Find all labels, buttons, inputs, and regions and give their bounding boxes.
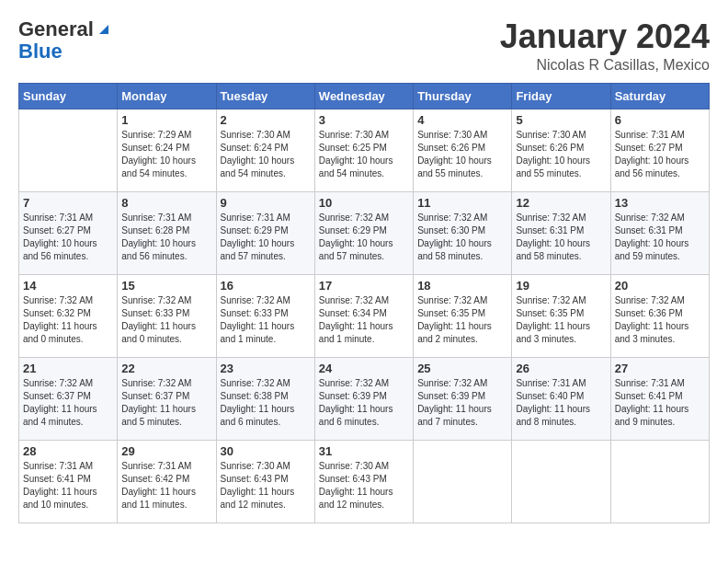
calendar-cell: 29Sunrise: 7:31 AMSunset: 6:42 PMDayligh… bbox=[118, 440, 216, 523]
sunset-text: Sunset: 6:26 PM bbox=[417, 143, 485, 153]
daylight-text: Daylight: 11 hours and 2 minutes. bbox=[417, 321, 492, 344]
day-info: Sunrise: 7:30 AMSunset: 6:26 PMDaylight:… bbox=[417, 129, 507, 180]
calendar-day-header: Thursday bbox=[414, 83, 512, 109]
sunrise-text: Sunrise: 7:32 AM bbox=[121, 295, 191, 305]
day-info: Sunrise: 7:31 AMSunset: 6:40 PMDaylight:… bbox=[516, 377, 606, 429]
daylight-text: Daylight: 10 hours and 58 minutes. bbox=[417, 238, 492, 261]
sunset-text: Sunset: 6:35 PM bbox=[516, 308, 584, 318]
sunset-text: Sunset: 6:36 PM bbox=[615, 308, 683, 318]
sunset-text: Sunset: 6:37 PM bbox=[23, 391, 91, 401]
day-info: Sunrise: 7:32 AMSunset: 6:32 PMDaylight:… bbox=[23, 294, 113, 346]
calendar-cell: 9Sunrise: 7:31 AMSunset: 6:29 PMDaylight… bbox=[216, 191, 314, 274]
sunrise-text: Sunrise: 7:32 AM bbox=[23, 378, 93, 388]
calendar-cell: 8Sunrise: 7:31 AMSunset: 6:28 PMDaylight… bbox=[118, 191, 216, 274]
month-title: January 2024 bbox=[500, 18, 710, 55]
sunset-text: Sunset: 6:35 PM bbox=[417, 308, 485, 318]
sunset-text: Sunset: 6:24 PM bbox=[221, 143, 289, 153]
calendar-cell: 14Sunrise: 7:32 AMSunset: 6:32 PMDayligh… bbox=[19, 274, 118, 357]
day-number: 30 bbox=[221, 444, 311, 458]
day-info: Sunrise: 7:31 AMSunset: 6:41 PMDaylight:… bbox=[615, 377, 705, 429]
calendar-cell: 31Sunrise: 7:30 AMSunset: 6:43 PMDayligh… bbox=[314, 440, 413, 523]
sunrise-text: Sunrise: 7:32 AM bbox=[417, 213, 487, 223]
day-number: 2 bbox=[221, 113, 311, 127]
day-info: Sunrise: 7:32 AMSunset: 6:38 PMDaylight:… bbox=[221, 377, 311, 429]
day-number: 24 bbox=[319, 362, 409, 375]
logo-general-text: General bbox=[18, 18, 94, 40]
day-number: 13 bbox=[615, 196, 705, 210]
calendar-cell: 23Sunrise: 7:32 AMSunset: 6:38 PMDayligh… bbox=[216, 357, 314, 440]
daylight-text: Daylight: 11 hours and 1 minute. bbox=[221, 321, 295, 344]
day-info: Sunrise: 7:30 AMSunset: 6:43 PMDaylight:… bbox=[221, 460, 311, 511]
day-info: Sunrise: 7:30 AMSunset: 6:26 PMDaylight:… bbox=[516, 129, 606, 180]
sunrise-text: Sunrise: 7:31 AM bbox=[615, 378, 685, 388]
daylight-text: Daylight: 10 hours and 54 minutes. bbox=[121, 155, 196, 178]
day-info: Sunrise: 7:32 AMSunset: 6:29 PMDaylight:… bbox=[319, 212, 409, 263]
daylight-text: Daylight: 10 hours and 57 minutes. bbox=[319, 238, 393, 261]
daylight-text: Daylight: 11 hours and 6 minutes. bbox=[319, 404, 393, 427]
sunrise-text: Sunrise: 7:29 AM bbox=[121, 130, 191, 140]
sunset-text: Sunset: 6:29 PM bbox=[319, 225, 387, 236]
day-number: 25 bbox=[417, 362, 507, 375]
day-info: Sunrise: 7:32 AMSunset: 6:39 PMDaylight:… bbox=[319, 377, 409, 429]
day-number: 22 bbox=[121, 362, 211, 375]
day-info: Sunrise: 7:32 AMSunset: 6:37 PMDaylight:… bbox=[23, 377, 113, 429]
day-number: 21 bbox=[23, 362, 113, 375]
daylight-text: Daylight: 11 hours and 0 minutes. bbox=[23, 321, 97, 344]
day-number: 31 bbox=[319, 444, 409, 458]
calendar-header-row: SundayMondayTuesdayWednesdayThursdayFrid… bbox=[19, 83, 710, 109]
daylight-text: Daylight: 10 hours and 58 minutes. bbox=[516, 238, 590, 261]
sunset-text: Sunset: 6:37 PM bbox=[121, 391, 189, 401]
sunset-text: Sunset: 6:38 PM bbox=[221, 391, 289, 401]
calendar-cell: 5Sunrise: 7:30 AMSunset: 6:26 PMDaylight… bbox=[512, 109, 610, 191]
sunrise-text: Sunrise: 7:30 AM bbox=[417, 130, 487, 140]
sunrise-text: Sunrise: 7:31 AM bbox=[121, 213, 191, 223]
daylight-text: Daylight: 11 hours and 12 minutes. bbox=[319, 487, 393, 510]
day-number: 7 bbox=[23, 196, 113, 210]
sunrise-text: Sunrise: 7:32 AM bbox=[417, 295, 487, 305]
sunrise-text: Sunrise: 7:31 AM bbox=[516, 378, 586, 388]
calendar-cell: 22Sunrise: 7:32 AMSunset: 6:37 PMDayligh… bbox=[118, 357, 216, 440]
calendar-day-header: Friday bbox=[512, 83, 610, 109]
calendar-cell: 10Sunrise: 7:32 AMSunset: 6:29 PMDayligh… bbox=[314, 191, 413, 274]
daylight-text: Daylight: 11 hours and 11 minutes. bbox=[121, 487, 196, 510]
sunrise-text: Sunrise: 7:32 AM bbox=[615, 295, 685, 305]
sunrise-text: Sunrise: 7:32 AM bbox=[221, 295, 290, 305]
day-info: Sunrise: 7:32 AMSunset: 6:36 PMDaylight:… bbox=[615, 294, 705, 346]
calendar-cell: 19Sunrise: 7:32 AMSunset: 6:35 PMDayligh… bbox=[512, 274, 610, 357]
daylight-text: Daylight: 11 hours and 9 minutes. bbox=[615, 404, 689, 427]
calendar-cell: 4Sunrise: 7:30 AMSunset: 6:26 PMDaylight… bbox=[414, 109, 512, 191]
calendar-day-header: Saturday bbox=[610, 83, 709, 109]
day-info: Sunrise: 7:32 AMSunset: 6:31 PMDaylight:… bbox=[516, 212, 606, 263]
sunset-text: Sunset: 6:33 PM bbox=[121, 308, 189, 318]
calendar-cell bbox=[414, 440, 512, 523]
day-number: 4 bbox=[417, 113, 507, 127]
day-info: Sunrise: 7:30 AMSunset: 6:24 PMDaylight:… bbox=[221, 129, 311, 180]
calendar-cell: 11Sunrise: 7:32 AMSunset: 6:30 PMDayligh… bbox=[414, 191, 512, 274]
calendar-week-row: 7Sunrise: 7:31 AMSunset: 6:27 PMDaylight… bbox=[19, 191, 710, 274]
daylight-text: Daylight: 10 hours and 57 minutes. bbox=[221, 238, 295, 261]
day-info: Sunrise: 7:31 AMSunset: 6:27 PMDaylight:… bbox=[615, 129, 705, 180]
day-info: Sunrise: 7:32 AMSunset: 6:30 PMDaylight:… bbox=[417, 212, 507, 263]
sunrise-text: Sunrise: 7:31 AM bbox=[221, 213, 290, 223]
location-text: Nicolas R Casillas, Mexico bbox=[500, 57, 710, 74]
calendar-cell: 7Sunrise: 7:31 AMSunset: 6:27 PMDaylight… bbox=[19, 191, 118, 274]
day-number: 15 bbox=[121, 279, 211, 293]
sunset-text: Sunset: 6:43 PM bbox=[221, 474, 289, 484]
calendar-cell: 20Sunrise: 7:32 AMSunset: 6:36 PMDayligh… bbox=[610, 274, 709, 357]
day-number: 26 bbox=[516, 362, 606, 375]
sunset-text: Sunset: 6:39 PM bbox=[319, 391, 387, 401]
calendar-cell: 1Sunrise: 7:29 AMSunset: 6:24 PMDaylight… bbox=[118, 109, 216, 191]
calendar-week-row: 28Sunrise: 7:31 AMSunset: 6:41 PMDayligh… bbox=[19, 440, 710, 523]
day-number: 9 bbox=[221, 196, 311, 210]
daylight-text: Daylight: 11 hours and 0 minutes. bbox=[121, 321, 196, 344]
daylight-text: Daylight: 11 hours and 3 minutes. bbox=[516, 321, 590, 344]
day-info: Sunrise: 7:31 AMSunset: 6:29 PMDaylight:… bbox=[221, 212, 311, 263]
day-number: 16 bbox=[221, 279, 311, 293]
sunset-text: Sunset: 6:41 PM bbox=[615, 391, 683, 401]
sunrise-text: Sunrise: 7:31 AM bbox=[121, 461, 191, 471]
calendar-cell: 24Sunrise: 7:32 AMSunset: 6:39 PMDayligh… bbox=[314, 357, 413, 440]
calendar-week-row: 21Sunrise: 7:32 AMSunset: 6:37 PMDayligh… bbox=[19, 357, 710, 440]
sunrise-text: Sunrise: 7:31 AM bbox=[23, 461, 93, 471]
day-info: Sunrise: 7:32 AMSunset: 6:37 PMDaylight:… bbox=[121, 377, 211, 429]
sunrise-text: Sunrise: 7:30 AM bbox=[221, 130, 290, 140]
